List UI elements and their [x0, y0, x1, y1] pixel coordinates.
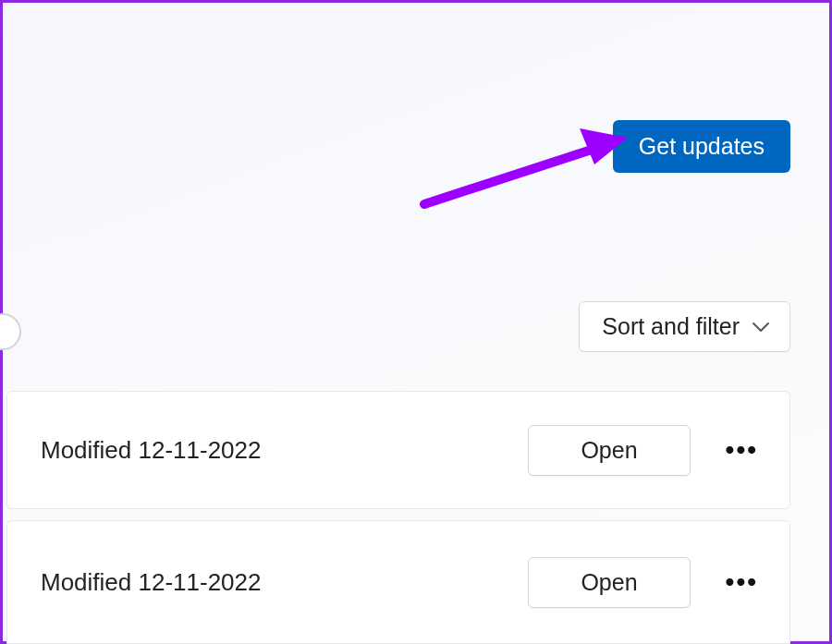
- annotation-arrow: [417, 123, 628, 211]
- chevron-down-icon: [752, 322, 769, 333]
- svg-line-0: [424, 147, 600, 204]
- more-options-icon[interactable]: •••: [726, 435, 758, 465]
- more-options-icon[interactable]: •••: [726, 567, 758, 597]
- open-button[interactable]: Open: [528, 557, 690, 608]
- modified-date-label: Modified 12-11-2022: [41, 436, 262, 465]
- sort-filter-label: Sort and filter: [602, 313, 740, 340]
- list-item: Modified 12-11-2022 Open •••: [6, 520, 790, 644]
- list-item: Modified 12-11-2022 Open •••: [6, 391, 790, 509]
- row-actions: Open •••: [528, 557, 758, 608]
- modified-date-label: Modified 12-11-2022: [41, 568, 262, 597]
- get-updates-button[interactable]: Get updates: [613, 120, 790, 173]
- app-frame: Get updates Sort and filter Modified 12-…: [0, 0, 832, 644]
- row-actions: Open •••: [528, 425, 758, 476]
- partial-left-edge-circle: [0, 313, 21, 350]
- open-button[interactable]: Open: [528, 425, 690, 476]
- sort-and-filter-dropdown[interactable]: Sort and filter: [579, 301, 790, 352]
